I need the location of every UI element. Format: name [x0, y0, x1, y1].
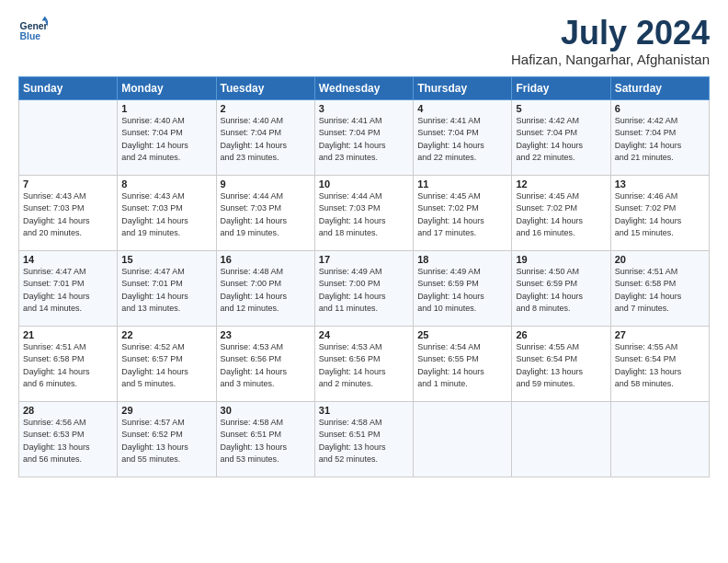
- day-info: Sunrise: 4:45 AM Sunset: 7:02 PM Dayligh…: [417, 190, 507, 240]
- day-info: Sunrise: 4:47 AM Sunset: 7:01 PM Dayligh…: [23, 266, 113, 316]
- logo-icon: General Blue: [18, 15, 48, 44]
- day-number: 14: [23, 254, 113, 265]
- day-number: 15: [121, 254, 211, 265]
- calendar-week-row: 21Sunrise: 4:51 AM Sunset: 6:58 PM Dayli…: [19, 326, 710, 401]
- day-number: 29: [121, 405, 211, 416]
- svg-text:Blue: Blue: [20, 31, 41, 41]
- logo: General Blue: [18, 15, 48, 44]
- day-number: 8: [121, 178, 211, 190]
- day-info: Sunrise: 4:44 AM Sunset: 7:03 PM Dayligh…: [221, 190, 311, 240]
- day-info: Sunrise: 4:54 AM Sunset: 6:55 PM Dayligh…: [417, 341, 507, 391]
- location: Hafizan, Nangarhar, Afghanistan: [511, 52, 710, 67]
- day-number: 30: [221, 405, 311, 416]
- day-number: 26: [516, 329, 606, 340]
- day-number: 17: [319, 254, 409, 265]
- day-number: 2: [221, 103, 311, 114]
- day-number: 28: [23, 405, 113, 416]
- day-info: Sunrise: 4:46 AM Sunset: 7:02 PM Dayligh…: [615, 190, 705, 240]
- calendar-cell: 7Sunrise: 4:43 AM Sunset: 7:03 PM Daylig…: [19, 175, 118, 250]
- calendar-week-row: 1Sunrise: 4:40 AM Sunset: 7:04 PM Daylig…: [19, 99, 710, 175]
- day-number: 5: [516, 103, 606, 114]
- calendar-cell: [512, 401, 610, 477]
- calendar-cell: 6Sunrise: 4:42 AM Sunset: 7:04 PM Daylig…: [610, 99, 709, 175]
- calendar-cell: 29Sunrise: 4:57 AM Sunset: 6:52 PM Dayli…: [118, 401, 216, 477]
- weekday-header: Monday: [118, 76, 216, 99]
- day-number: 20: [615, 254, 705, 265]
- day-info: Sunrise: 4:55 AM Sunset: 6:54 PM Dayligh…: [615, 341, 705, 391]
- day-number: 9: [221, 178, 311, 190]
- day-info: Sunrise: 4:49 AM Sunset: 7:00 PM Dayligh…: [319, 266, 409, 316]
- month-title: July 2024: [511, 15, 710, 52]
- calendar-cell: 12Sunrise: 4:45 AM Sunset: 7:02 PM Dayli…: [512, 175, 610, 250]
- day-number: 16: [221, 254, 311, 265]
- day-number: 23: [221, 329, 311, 340]
- calendar-cell: [610, 401, 709, 477]
- calendar-cell: 22Sunrise: 4:52 AM Sunset: 6:57 PM Dayli…: [118, 326, 216, 401]
- day-number: 13: [615, 178, 705, 190]
- svg-marker-2: [42, 17, 48, 21]
- day-info: Sunrise: 4:53 AM Sunset: 6:56 PM Dayligh…: [319, 341, 409, 391]
- calendar-week-row: 28Sunrise: 4:56 AM Sunset: 6:53 PM Dayli…: [19, 401, 710, 477]
- calendar-cell: 30Sunrise: 4:58 AM Sunset: 6:51 PM Dayli…: [216, 401, 314, 477]
- day-number: 24: [319, 329, 409, 340]
- weekday-header: Thursday: [414, 76, 512, 99]
- day-info: Sunrise: 4:51 AM Sunset: 6:58 PM Dayligh…: [615, 266, 705, 316]
- day-info: Sunrise: 4:42 AM Sunset: 7:04 PM Dayligh…: [516, 115, 606, 165]
- title-block: July 2024 Hafizan, Nangarhar, Afghanista…: [511, 15, 710, 67]
- calendar-cell: 25Sunrise: 4:54 AM Sunset: 6:55 PM Dayli…: [414, 326, 512, 401]
- calendar-cell: 28Sunrise: 4:56 AM Sunset: 6:53 PM Dayli…: [19, 401, 118, 477]
- calendar-cell: 5Sunrise: 4:42 AM Sunset: 7:04 PM Daylig…: [512, 99, 610, 175]
- calendar-cell: 15Sunrise: 4:47 AM Sunset: 7:01 PM Dayli…: [118, 250, 216, 326]
- day-info: Sunrise: 4:43 AM Sunset: 7:03 PM Dayligh…: [121, 190, 211, 240]
- day-number: 10: [319, 178, 409, 190]
- calendar-cell: 2Sunrise: 4:40 AM Sunset: 7:04 PM Daylig…: [216, 99, 314, 175]
- calendar-cell: 26Sunrise: 4:55 AM Sunset: 6:54 PM Dayli…: [512, 326, 610, 401]
- calendar-cell: 10Sunrise: 4:44 AM Sunset: 7:03 PM Dayli…: [314, 175, 413, 250]
- day-info: Sunrise: 4:58 AM Sunset: 6:51 PM Dayligh…: [221, 417, 311, 466]
- day-info: Sunrise: 4:52 AM Sunset: 6:57 PM Dayligh…: [121, 341, 211, 391]
- day-info: Sunrise: 4:51 AM Sunset: 6:58 PM Dayligh…: [23, 341, 113, 391]
- calendar-cell: 8Sunrise: 4:43 AM Sunset: 7:03 PM Daylig…: [118, 175, 216, 250]
- day-info: Sunrise: 4:41 AM Sunset: 7:04 PM Dayligh…: [417, 115, 507, 165]
- calendar-week-row: 7Sunrise: 4:43 AM Sunset: 7:03 PM Daylig…: [19, 175, 710, 250]
- calendar-cell: 11Sunrise: 4:45 AM Sunset: 7:02 PM Dayli…: [414, 175, 512, 250]
- day-number: 21: [23, 329, 113, 340]
- svg-text:General: General: [20, 21, 48, 31]
- day-info: Sunrise: 4:40 AM Sunset: 7:04 PM Dayligh…: [121, 115, 211, 165]
- weekday-header: Friday: [512, 76, 610, 99]
- calendar-cell: 31Sunrise: 4:58 AM Sunset: 6:51 PM Dayli…: [314, 401, 413, 477]
- day-info: Sunrise: 4:57 AM Sunset: 6:52 PM Dayligh…: [121, 417, 211, 466]
- day-number: 4: [417, 103, 507, 114]
- day-info: Sunrise: 4:53 AM Sunset: 6:56 PM Dayligh…: [221, 341, 311, 391]
- day-info: Sunrise: 4:49 AM Sunset: 6:59 PM Dayligh…: [417, 266, 507, 316]
- header: General Blue July 2024 Hafizan, Nangarha…: [18, 15, 710, 67]
- day-number: 6: [615, 103, 705, 114]
- calendar-cell: 18Sunrise: 4:49 AM Sunset: 6:59 PM Dayli…: [414, 250, 512, 326]
- calendar-container: General Blue July 2024 Hafizan, Nangarha…: [0, 0, 728, 563]
- day-info: Sunrise: 4:45 AM Sunset: 7:02 PM Dayligh…: [516, 190, 606, 240]
- day-info: Sunrise: 4:50 AM Sunset: 6:59 PM Dayligh…: [516, 266, 606, 316]
- calendar-table: SundayMondayTuesdayWednesdayThursdayFrid…: [18, 76, 710, 477]
- day-number: 27: [615, 329, 705, 340]
- calendar-cell: 27Sunrise: 4:55 AM Sunset: 6:54 PM Dayli…: [610, 326, 709, 401]
- day-number: 12: [516, 178, 606, 190]
- day-number: 25: [417, 329, 507, 340]
- day-number: 31: [319, 405, 409, 416]
- calendar-cell: 9Sunrise: 4:44 AM Sunset: 7:03 PM Daylig…: [216, 175, 314, 250]
- day-info: Sunrise: 4:41 AM Sunset: 7:04 PM Dayligh…: [319, 115, 409, 165]
- calendar-cell: 17Sunrise: 4:49 AM Sunset: 7:00 PM Dayli…: [314, 250, 413, 326]
- calendar-cell: 20Sunrise: 4:51 AM Sunset: 6:58 PM Dayli…: [610, 250, 709, 326]
- calendar-cell: 19Sunrise: 4:50 AM Sunset: 6:59 PM Dayli…: [512, 250, 610, 326]
- day-number: 7: [23, 178, 113, 190]
- day-info: Sunrise: 4:44 AM Sunset: 7:03 PM Dayligh…: [319, 190, 409, 240]
- day-number: 22: [121, 329, 211, 340]
- calendar-cell: 23Sunrise: 4:53 AM Sunset: 6:56 PM Dayli…: [216, 326, 314, 401]
- day-info: Sunrise: 4:40 AM Sunset: 7:04 PM Dayligh…: [221, 115, 311, 165]
- calendar-cell: 14Sunrise: 4:47 AM Sunset: 7:01 PM Dayli…: [19, 250, 118, 326]
- day-info: Sunrise: 4:48 AM Sunset: 7:00 PM Dayligh…: [221, 266, 311, 316]
- calendar-cell: [414, 401, 512, 477]
- calendar-cell: 1Sunrise: 4:40 AM Sunset: 7:04 PM Daylig…: [118, 99, 216, 175]
- day-number: 1: [121, 103, 211, 114]
- calendar-week-row: 14Sunrise: 4:47 AM Sunset: 7:01 PM Dayli…: [19, 250, 710, 326]
- calendar-cell: 3Sunrise: 4:41 AM Sunset: 7:04 PM Daylig…: [314, 99, 413, 175]
